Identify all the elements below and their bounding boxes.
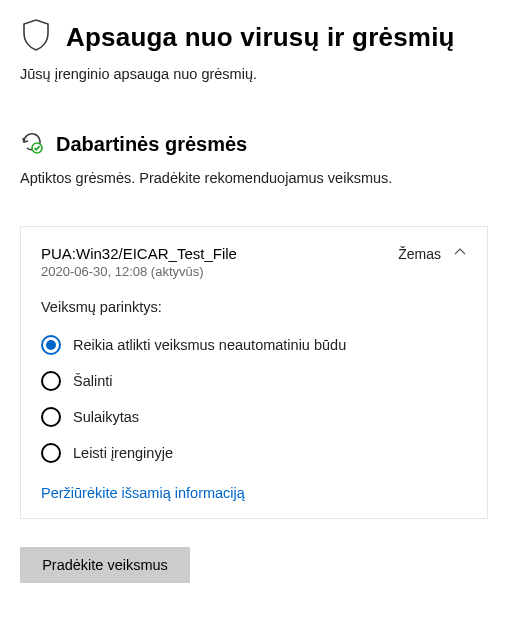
threat-header-row[interactable]: PUA:Win32/EICAR_Test_File 2020-06-30, 12… <box>41 245 467 279</box>
severity-toggle[interactable]: Žemas <box>398 245 467 262</box>
shield-icon <box>20 18 52 56</box>
threat-timestamp: 2020-06-30, 12:08 (aktyvūs) <box>41 264 237 279</box>
start-actions-button[interactable]: Pradėkite veiksmus <box>20 547 190 583</box>
page-header: Apsauga nuo virusų ir grėsmių <box>20 18 488 56</box>
page-title: Apsauga nuo virusų ir grėsmių <box>66 22 455 53</box>
section-header: Dabartinės grėsmės <box>20 130 488 158</box>
radio-option[interactable]: Šalinti <box>41 363 467 399</box>
threat-name: PUA:Win32/EICAR_Test_File <box>41 245 237 262</box>
section-subtitle: Aptiktos grėsmės. Pradėkite rekomenduoja… <box>20 170 488 186</box>
details-link[interactable]: Peržiūrėkite išsamią informaciją <box>41 485 245 501</box>
radio-label: Reikia atlikti veiksmus neautomatiniu bū… <box>73 337 346 353</box>
threat-card: PUA:Win32/EICAR_Test_File 2020-06-30, 12… <box>20 226 488 519</box>
radio-option[interactable]: Sulaikytas <box>41 399 467 435</box>
radio-option[interactable]: Reikia atlikti veiksmus neautomatiniu bū… <box>41 327 467 363</box>
page-subtitle: Jūsų įrenginio apsauga nuo grėsmių. <box>20 66 488 82</box>
history-check-icon <box>20 130 44 158</box>
severity-label: Žemas <box>398 246 441 262</box>
radio-indicator <box>41 335 61 355</box>
radio-indicator <box>41 371 61 391</box>
radio-label: Leisti įrenginyje <box>73 445 173 461</box>
options-title: Veiksmų parinktys: <box>41 299 467 315</box>
action-options-group: Reikia atlikti veiksmus neautomatiniu bū… <box>41 327 467 471</box>
radio-label: Sulaikytas <box>73 409 139 425</box>
radio-indicator <box>41 407 61 427</box>
radio-indicator <box>41 443 61 463</box>
section-title: Dabartinės grėsmės <box>56 133 247 156</box>
radio-option[interactable]: Leisti įrenginyje <box>41 435 467 471</box>
radio-label: Šalinti <box>73 373 113 389</box>
chevron-up-icon <box>453 245 467 262</box>
